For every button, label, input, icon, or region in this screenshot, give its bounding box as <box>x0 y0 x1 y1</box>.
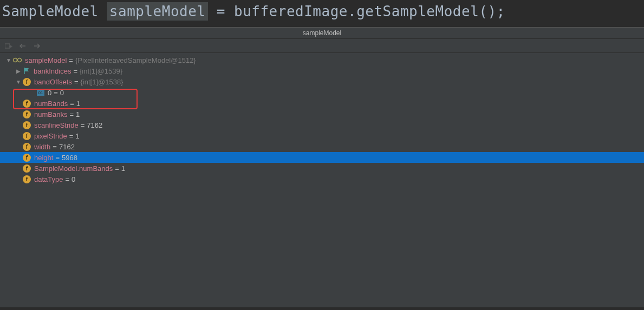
equals-sign: = <box>73 67 77 75</box>
var-name: dataType <box>34 175 63 183</box>
tree-row[interactable]: fSampleModel.numBands=1 <box>0 163 644 174</box>
field-icon: f <box>23 164 31 173</box>
var-name: bankIndices <box>34 67 71 75</box>
var-value: 1 <box>121 164 125 173</box>
field-icon: f <box>23 143 31 151</box>
var-value: 1 <box>75 132 79 140</box>
var-value: 1 <box>76 110 80 118</box>
field-icon: f <box>23 175 31 183</box>
svg-point-4 <box>18 58 22 62</box>
code-line: SampleModel sampleModel = bufferedImage.… <box>0 0 644 28</box>
field-icon: f <box>23 121 31 129</box>
back-arrow-icon[interactable] <box>18 42 27 50</box>
var-name: sampleModel <box>25 56 67 64</box>
code-var: sampleModel <box>107 2 208 21</box>
var-name: SampleModel.numBands <box>34 164 113 173</box>
code-type: SampleModel <box>2 3 99 19</box>
var-name: scanlineStride <box>34 121 79 129</box>
equals-sign: = <box>66 175 70 183</box>
field-icon: f <box>23 78 31 86</box>
debug-toolbar <box>0 39 644 53</box>
tree-row[interactable]: fscanlineStride=7162 <box>0 120 644 130</box>
var-value: 7162 <box>87 121 102 129</box>
equals-sign: = <box>115 164 119 173</box>
field-icon: f <box>23 110 31 118</box>
tree-row[interactable]: ▼fbandOffsets={int[1]@1538} <box>0 76 644 87</box>
var-value: {int[1]@1539} <box>80 67 122 75</box>
svg-point-3 <box>14 58 17 62</box>
expand-arrow-icon[interactable]: ▶ <box>15 68 22 74</box>
var-value: 0 <box>71 175 75 183</box>
forward-arrow-icon[interactable] <box>32 42 41 50</box>
debug-tab-label: sampleModel <box>0 28 644 39</box>
var-name: width <box>34 143 50 151</box>
equals-sign: = <box>69 56 73 64</box>
tree-row[interactable]: fpixelStride=1 <box>0 130 644 141</box>
new-watch-icon[interactable] <box>4 42 13 50</box>
expand-arrow-icon[interactable]: ▼ <box>5 57 12 63</box>
field-icon: f <box>23 154 31 162</box>
equals-sign: = <box>69 110 74 118</box>
equals-sign: = <box>53 143 57 151</box>
tree-row[interactable]: fdataType=0 <box>0 174 644 184</box>
var-value: 5968 <box>62 154 77 162</box>
tree-row[interactable]: fheight=5968 <box>0 152 644 163</box>
tree-row[interactable]: ▶bankIndices={int[1]@1539} <box>0 65 644 76</box>
watch-icon <box>12 56 23 64</box>
var-name: numBanks <box>34 110 67 118</box>
expand-arrow-icon[interactable]: ▼ <box>15 79 22 85</box>
highlight-annotation <box>13 89 138 109</box>
var-value: {PixelInterleavedSampleModel@1512} <box>75 56 196 64</box>
field-icon: f <box>23 132 31 140</box>
equals-sign: = <box>74 78 79 86</box>
flag-icon <box>23 67 30 75</box>
svg-rect-0 <box>5 44 10 48</box>
equals-sign: = <box>69 132 74 140</box>
var-name: bandOffsets <box>34 78 72 86</box>
var-value: {int[1]@1538} <box>80 78 123 86</box>
var-name: pixelStride <box>34 132 67 140</box>
tree-root[interactable]: ▼ sampleModel = {PixelInterleavedSampleM… <box>0 55 644 65</box>
equals-sign: = <box>55 154 60 162</box>
equals-sign: = <box>81 121 85 129</box>
tree-row[interactable]: fnumBanks=1 <box>0 109 644 120</box>
var-value: 7162 <box>59 143 75 151</box>
var-name: height <box>34 154 53 162</box>
tree-row[interactable]: fwidth=7162 <box>0 141 644 152</box>
code-assign: = bufferedImage.getSampleModel(); <box>217 3 505 19</box>
